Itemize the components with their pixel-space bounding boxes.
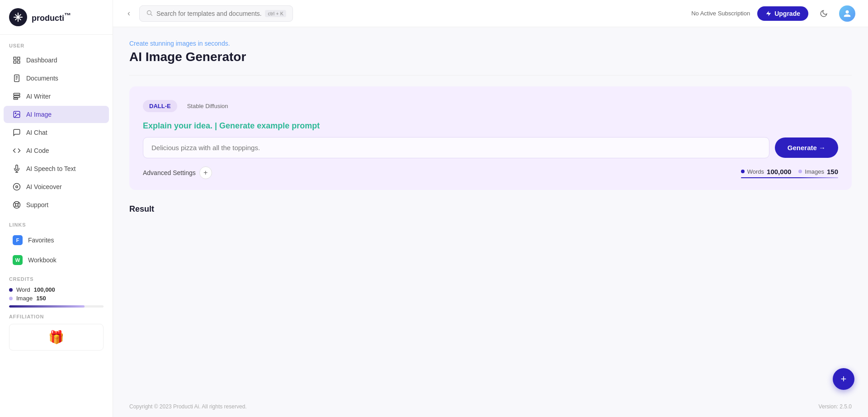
user-avatar-button[interactable] [839, 5, 855, 22]
result-title: Result [129, 204, 852, 214]
affiliation-section: AFFILIATION 🎁 [0, 308, 113, 351]
images-credit-item: Images 150 [798, 168, 838, 175]
svg-line-19 [14, 203, 16, 204]
sidebar-item-dashboard[interactable]: Dashboard [4, 52, 109, 69]
credits-section-label: CREDITS [9, 276, 104, 282]
svg-rect-2 [14, 61, 16, 63]
ai-voiceover-label: AI Voiceover [26, 183, 62, 190]
support-label: Support [26, 201, 48, 208]
words-credit-count: 100,000 [767, 168, 791, 175]
search-shortcut: ctrl + K [265, 10, 286, 17]
image-credit-row: Image 150 [9, 295, 104, 302]
credits-section: CREDITS Word 100,000 Image 150 [0, 270, 113, 308]
svg-line-23 [14, 206, 16, 207]
svg-rect-0 [14, 57, 16, 59]
workbook-label: Workbook [28, 256, 57, 264]
sidebar-item-workbook[interactable]: W Workbook [4, 251, 109, 270]
advanced-settings-label: Advanced Settings [143, 169, 196, 176]
affiliation-box[interactable]: 🎁 [9, 324, 104, 351]
search-icon [146, 9, 153, 18]
sidebar-item-favorites[interactable]: F Favorites [4, 231, 109, 250]
svg-marker-26 [766, 11, 771, 16]
workbook-badge: W [13, 255, 23, 265]
avatar-icon [843, 9, 851, 18]
svg-rect-1 [18, 57, 20, 59]
edit-icon [13, 92, 21, 100]
gift-icon: 🎁 [15, 330, 98, 345]
advanced-settings-button[interactable]: Advanced Settings + [143, 166, 212, 179]
svg-point-15 [14, 184, 20, 190]
svg-point-18 [15, 204, 18, 206]
upgrade-button[interactable]: Upgrade [757, 6, 808, 21]
credits-display: Words 100,000 Images 150 [741, 168, 838, 175]
favorites-badge: F [13, 235, 23, 245]
collapse-sidebar-button[interactable]: ‹ [126, 7, 132, 20]
dark-mode-button[interactable] [816, 5, 832, 22]
svg-rect-9 [14, 96, 20, 98]
upgrade-icon [765, 10, 772, 17]
ai-code-label: AI Code [26, 147, 49, 154]
generate-example-link[interactable]: Generate example prompt [219, 121, 320, 130]
title-divider [129, 75, 852, 76]
subscription-status: No Active Subscription [691, 10, 750, 17]
speaker-icon [13, 183, 21, 191]
svg-line-22 [18, 203, 19, 204]
user-section-label: USER [0, 35, 113, 51]
prompt-row: Generate → [143, 137, 838, 158]
sidebar-item-ai-chat[interactable]: AI Chat [4, 124, 109, 141]
logo[interactable]: producti™ [0, 0, 113, 35]
result-section: Result [129, 204, 852, 303]
sidebar-item-ai-writer[interactable]: AI Writer [4, 88, 109, 105]
ai-speech-label: AI Speech to Text [26, 165, 75, 172]
sidebar-item-documents[interactable]: Documents [4, 70, 109, 87]
ai-image-label: AI Image [26, 111, 52, 118]
app-name: producti™ [32, 11, 71, 23]
main-area: ‹ ctrl + K No Active Subscription Upgrad… [113, 0, 868, 417]
favorites-label: Favorites [28, 237, 54, 244]
search-input[interactable] [156, 10, 261, 17]
moon-icon [820, 9, 828, 18]
image-dot [9, 297, 13, 300]
header: ‹ ctrl + K No Active Subscription Upgrad… [113, 0, 868, 27]
word-label: Word [16, 286, 30, 293]
logo-icon [9, 8, 27, 26]
sidebar-item-ai-image[interactable]: AI Image [4, 106, 109, 123]
grid-icon [13, 56, 21, 64]
prompt-input[interactable] [143, 137, 769, 158]
upgrade-label: Upgrade [774, 10, 800, 17]
sidebar-item-ai-speech[interactable]: AI Speech to Text [4, 160, 109, 177]
ai-writer-label: AI Writer [26, 93, 51, 100]
svg-rect-8 [14, 93, 20, 95]
plus-icon: + [199, 166, 212, 179]
chat-icon [13, 128, 21, 137]
prompt-label: Explain your idea. | Generate example pr… [143, 121, 838, 131]
mic-icon [13, 165, 21, 173]
advanced-row: Advanced Settings + Words 100,000 Images [143, 166, 838, 179]
page-title: AI Image Generator [129, 50, 852, 64]
dashboard-label: Dashboard [26, 57, 57, 64]
images-credit-count: 150 [827, 168, 838, 175]
sidebar-item-ai-code[interactable]: AI Code [4, 142, 109, 159]
stable-diffusion-tab[interactable]: Stable Diffusion [181, 100, 235, 112]
fab-add-button[interactable]: + [833, 368, 854, 390]
prompt-prefix: Explain your idea. | [143, 121, 217, 130]
images-credit-label: Images [805, 168, 824, 175]
file-icon [13, 74, 21, 82]
copyright-text: Copyright © 2023 Producti Ai. All rights… [129, 403, 247, 410]
page-content: Create stunning images in seconds. AI Im… [113, 27, 868, 396]
generator-card: DALL-E Stable Diffusion Explain your ide… [129, 86, 852, 190]
sidebar-item-support[interactable]: Support [4, 196, 109, 213]
images-dot [798, 170, 802, 173]
dalle-tab[interactable]: DALL-E [143, 100, 177, 112]
result-area [129, 221, 852, 303]
svg-rect-3 [18, 61, 20, 63]
sidebar-item-ai-voiceover[interactable]: AI Voiceover [4, 178, 109, 195]
affiliation-section-label: AFFILIATION [9, 314, 104, 319]
support-icon [13, 201, 21, 209]
credits-display-area: Words 100,000 Images 150 [741, 168, 838, 178]
search-bar: ctrl + K [139, 5, 293, 22]
generate-button[interactable]: Generate → [775, 137, 838, 158]
word-count: 100,000 [34, 286, 55, 293]
svg-line-20 [18, 206, 19, 207]
code-icon [13, 147, 21, 155]
